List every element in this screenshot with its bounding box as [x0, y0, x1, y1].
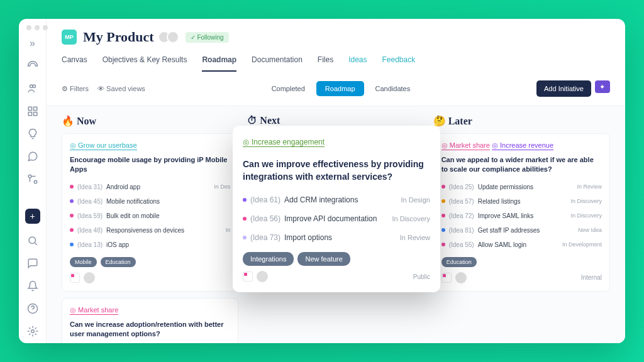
idea-name: Import options [284, 233, 332, 242]
modal-question: Can we improve effectiveness by providin… [243, 158, 430, 183]
idea-row[interactable]: (Idea 25) Update permissions In Review [441, 180, 602, 194]
modal-okr[interactable]: ◎ Increase engagement [243, 138, 325, 147]
tag[interactable]: Integrations [243, 252, 294, 266]
tab-files[interactable]: Files [318, 55, 333, 72]
idea-row[interactable]: (Idea 55) Allow SAML login In Developmen… [441, 238, 602, 252]
svg-point-8 [29, 237, 36, 244]
idea-id: (Idea 25) [449, 184, 474, 190]
dashboard-icon[interactable] [27, 60, 38, 72]
priority-icon[interactable] [243, 272, 253, 282]
status-dot [70, 185, 74, 189]
priority-icon[interactable] [441, 273, 452, 283]
idea-name: Add CRM integrations [284, 195, 358, 204]
sparkle-button[interactable]: ✦ [595, 80, 610, 93]
idea-status: In Discovery [570, 198, 602, 204]
priority-icon[interactable] [70, 273, 80, 283]
svg-rect-3 [33, 107, 36, 110]
initiative-card[interactable]: ◎ Grow our userbaseEncourage mobile usag… [62, 133, 238, 292]
idea-row[interactable]: (Idea 81) Get staff IP addresses New Ide… [441, 223, 602, 238]
tag[interactable]: New feature [297, 252, 350, 266]
idea-id: (Idea 48) [77, 227, 103, 234]
svg-rect-4 [28, 112, 31, 116]
saved-views-button[interactable]: 👁 Saved views [97, 85, 145, 93]
following-badge[interactable]: ✓ Following [186, 32, 229, 43]
initiative-card[interactable]: ◎ Market shareCan we increase adoption/r… [62, 298, 238, 343]
bell-icon[interactable] [27, 280, 38, 292]
avatar[interactable] [455, 272, 467, 283]
okr-link[interactable]: ◎ Increase revenue [492, 141, 553, 150]
idea-id: (Idea 72) [449, 212, 474, 219]
gear-icon[interactable] [27, 326, 38, 337]
status-dot [70, 228, 74, 232]
idea-row[interactable]: (Idea 73) Import options In Review [243, 228, 430, 247]
tab-okr[interactable]: Objectives & Key Results [103, 55, 187, 72]
idea-id: (Idea 61) [250, 195, 280, 204]
okr-link[interactable]: ◎ Market share [441, 141, 490, 150]
tag[interactable]: Education [441, 257, 477, 267]
idea-icon[interactable] [27, 128, 38, 140]
idea-id: (Idea 31) [77, 184, 103, 190]
idea-row[interactable]: (Idea 61) Add CRM integrations In Design [243, 190, 430, 209]
product-logo: MP [62, 30, 77, 45]
pill-completed[interactable]: Completed [263, 81, 314, 96]
avatar[interactable] [257, 271, 268, 282]
idea-name: Android app [106, 184, 140, 190]
svg-point-7 [34, 180, 37, 184]
initiative-modal: ◎ Increase engagement Can we improve eff… [233, 126, 440, 292]
collapse-icon[interactable]: » [27, 38, 38, 49]
tag[interactable]: Education [101, 257, 136, 267]
people-icon[interactable] [27, 83, 38, 94]
avatar[interactable] [84, 272, 95, 283]
idea-status: In Des [214, 184, 230, 190]
pill-candidates[interactable]: Candidates [367, 81, 419, 96]
tab-feedback[interactable]: Feedback [382, 55, 416, 72]
chat-icon[interactable] [27, 151, 38, 162]
idea-row[interactable]: (Idea 13) iOS app [70, 238, 230, 252]
status-dot [70, 243, 74, 246]
grid-icon[interactable] [27, 106, 38, 117]
idea-id: (Idea 59) [77, 212, 103, 219]
status-dot [70, 199, 74, 203]
tag[interactable]: Mobile [70, 257, 97, 267]
idea-row[interactable]: (Idea 59) Bulk edit on mobile [70, 209, 230, 223]
idea-status: In Review [577, 184, 602, 190]
idea-row[interactable]: (Idea 57) Related listings In Discovery [441, 194, 602, 209]
tab-canvas[interactable]: Canvas [62, 55, 87, 72]
idea-row[interactable]: (Idea 45) Mobile notifications [70, 194, 230, 209]
okr-link[interactable]: ◎ Grow our userbase [70, 141, 137, 150]
idea-id: (Idea 55) [449, 241, 474, 248]
idea-row[interactable]: (Idea 56) Improve API documentation In D… [243, 209, 430, 228]
message-icon[interactable] [27, 258, 38, 269]
idea-row[interactable]: (Idea 31) Android app In Des [70, 180, 230, 194]
okr-link[interactable]: ◎ Market share [70, 306, 118, 315]
help-icon[interactable] [27, 303, 38, 314]
svg-rect-5 [33, 112, 36, 116]
add-initiative-button[interactable]: Add Initiative [536, 80, 591, 97]
card-question: Can we increase adoption/retention with … [70, 320, 230, 339]
status-dot [441, 228, 445, 232]
idea-status: In [226, 227, 231, 233]
tab-ideas[interactable]: Ideas [348, 55, 367, 72]
idea-name: Related listings [478, 198, 521, 205]
col-title-next: ⏱ Next [247, 115, 424, 126]
tab-docs[interactable]: Documentation [252, 55, 303, 72]
integrations-icon[interactable] [27, 173, 38, 185]
status-dot [441, 243, 445, 246]
idea-status: In Discovery [392, 215, 430, 222]
idea-row[interactable]: (Idea 48) Responsiveness on devices In [70, 223, 230, 238]
filters-button[interactable]: ⚙ Filters [62, 85, 89, 93]
pill-roadmap[interactable]: Roadmap [316, 81, 364, 96]
search-icon[interactable] [27, 235, 38, 246]
initiative-card[interactable]: ◎ Market share ◎ Increase revenue Can we… [433, 133, 610, 292]
svg-point-10 [31, 330, 34, 333]
status-dot [441, 185, 445, 189]
idea-status: In Discovery [570, 212, 602, 219]
status-dot [243, 236, 247, 239]
add-button[interactable]: + [25, 209, 40, 224]
sidebar: » + [19, 19, 47, 343]
idea-row[interactable]: (Idea 72) Improve SAML links In Discover… [441, 209, 602, 223]
tab-roadmap[interactable]: Roadmap [202, 55, 236, 72]
idea-name: Update permissions [478, 184, 533, 190]
col-title-now: 🔥 Now [62, 115, 238, 127]
avatars[interactable] [162, 31, 179, 43]
